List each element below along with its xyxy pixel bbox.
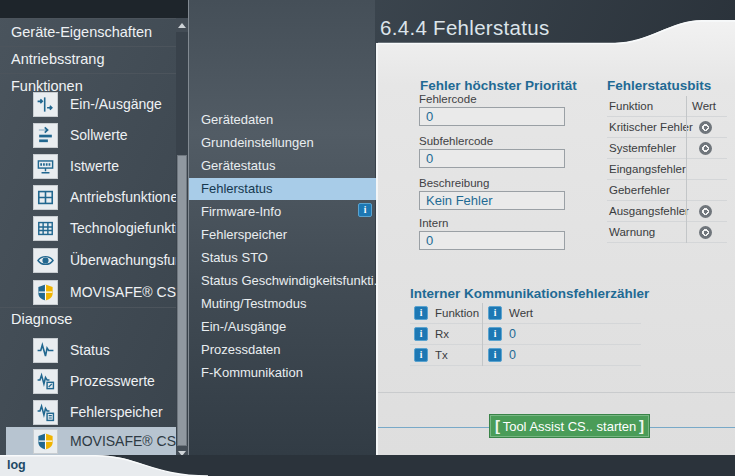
table-row: Systemfehler — [607, 138, 727, 159]
column-header-funktion: Funktion — [609, 100, 653, 112]
table-row: i Tx i 0 — [410, 345, 641, 366]
scrollbar-thumb[interactable] — [177, 155, 187, 446]
field-label-fehlercode: Fehlercode — [419, 93, 477, 105]
menu-item-geraetedaten[interactable]: Gerätedaten — [189, 109, 376, 131]
statusbit-label: Geberfehler — [609, 184, 670, 196]
menu-item-fehlerstatus-selected[interactable]: Fehlerstatus — [189, 178, 376, 200]
table-row: Kritischer Fehler — [607, 117, 727, 138]
status-indicator-icon — [699, 226, 712, 239]
statusbit-label: Ausgangsfehler — [609, 205, 689, 217]
section-heading-comm-counters: Interner Kommunikationsfehlerzähler — [410, 286, 649, 301]
column-header-wert: Wert — [509, 307, 533, 319]
info-badge-icon[interactable]: i — [414, 306, 428, 320]
statusbit-label: Eingangsfehler — [609, 163, 686, 175]
arrow-up-icon — [178, 23, 186, 28]
sidebar-item-istwerte[interactable]: Istwerte — [70, 158, 119, 174]
table-row: i Rx i 0 — [410, 324, 641, 345]
beschreibung-field[interactable]: Kein Fehler — [419, 191, 565, 210]
info-badge-icon[interactable]: i — [488, 348, 502, 362]
sidebar-item-antriebsstrang[interactable]: Antriebsstrang — [11, 51, 105, 67]
table-row: Eingangsfehler — [607, 159, 727, 180]
technology-functions-icon[interactable] — [33, 216, 58, 241]
sidebar-item-status[interactable]: Status — [70, 342, 110, 358]
sidebar-item-movisafe-cs[interactable]: MOVISAFE® CS.. — [70, 284, 184, 300]
tx-value: 0 — [509, 348, 516, 362]
bracket-right-icon: ] — [639, 416, 644, 436]
status-pulse-icon[interactable] — [33, 338, 58, 363]
info-badge-icon[interactable]: i — [488, 306, 502, 320]
sidebar-item-antriebsfunktionen[interactable]: Antriebsfunktionen — [70, 189, 186, 205]
table-header-row: i Funktion i Wert — [410, 303, 641, 324]
column-header-funktion: Funktion — [435, 307, 479, 319]
rx-value: 0 — [509, 327, 516, 341]
menu-item-ein-ausgaenge[interactable]: Ein-/Ausgänge — [189, 316, 376, 338]
menu-item-status-geschwindigkeitsfunktionen[interactable]: Status Geschwindigkeitsfunkti... — [189, 270, 376, 292]
table-row: Ausgangsfehler — [607, 201, 727, 222]
info-badge-icon[interactable]: i — [414, 327, 428, 341]
fault-memory-icon[interactable] — [33, 400, 58, 425]
info-badge-icon[interactable]: i — [414, 348, 428, 362]
table-row: Geberfehler — [607, 180, 727, 201]
fehlercode-field[interactable]: 0 — [419, 107, 565, 126]
drive-functions-icon[interactable] — [33, 185, 58, 210]
info-badge-icon[interactable]: i — [358, 203, 372, 217]
divider — [0, 18, 176, 19]
sidebar-scrollbar[interactable] — [176, 18, 188, 460]
sidebar-item-label: MOVISAFE® CS.. — [70, 433, 184, 449]
button-label: Tool Assist CS.. starten — [503, 419, 637, 434]
intern-field[interactable]: 0 — [419, 231, 565, 250]
sidebar-item-fehlerspeicher[interactable]: Fehlerspeicher — [70, 404, 163, 420]
actual-values-icon[interactable] — [33, 154, 58, 179]
statusbit-label: Kritischer Fehler — [609, 121, 693, 133]
field-label-beschreibung: Beschreibung — [419, 177, 489, 189]
divider — [0, 46, 176, 47]
bracket-left-icon: [ — [495, 416, 500, 436]
menu-item-grundeinstellungen[interactable]: Grundeinstellungen — [189, 132, 376, 154]
sidebar-item-ein-ausgaenge[interactable]: Ein-/Ausgänge — [70, 96, 162, 112]
menu-item-status-sto[interactable]: Status STO — [189, 247, 376, 269]
setpoints-icon[interactable] — [33, 123, 58, 148]
sidebar-item-geraete-eigenschaften[interactable]: Geräte-Eigenschaften — [11, 24, 152, 40]
application-window: Geräte-Eigenschaften Antriebsstrang Funk… — [0, 0, 735, 476]
subfehlercode-field[interactable]: 0 — [419, 149, 565, 168]
field-label-intern: Intern — [419, 217, 448, 229]
footer-wedge — [0, 455, 210, 476]
log-tab[interactable]: log — [7, 458, 26, 472]
scroll-up-button[interactable] — [176, 18, 188, 32]
panel-divider — [378, 392, 735, 393]
sidebar-item-movisafe-cs-selected[interactable]: MOVISAFE® CS.. — [6, 427, 176, 455]
field-label-subfehlercode: Subfehlercode — [419, 135, 493, 147]
table-row: Warnung — [607, 222, 727, 243]
process-values-icon[interactable] — [33, 369, 58, 394]
page-title: 6.4.4 Fehlerstatus — [380, 16, 550, 40]
sidebar-item-prozesswerte[interactable]: Prozesswerte — [70, 373, 155, 389]
menu-item-geraetestatus[interactable]: Gerätestatus — [189, 155, 376, 177]
statusbit-label: Systemfehler — [609, 142, 676, 154]
divider — [0, 73, 176, 74]
section-heading-fault-priority: Fehler höchster Priorität — [420, 78, 577, 93]
tx-label: Tx — [435, 349, 448, 361]
menu-item-f-kommunikation[interactable]: F-Kommunikation — [189, 362, 376, 384]
submenu-panel: Gerätedaten Grundeinstellungen Gerätesta… — [188, 0, 375, 476]
tool-assist-start-button[interactable]: [ Tool Assist CS.. starten ] — [489, 414, 650, 438]
menu-item-firmware-info[interactable]: Firmware-Info — [189, 201, 376, 223]
info-badge-icon[interactable]: i — [488, 327, 502, 341]
sidebar-item-sollwerte[interactable]: Sollwerte — [70, 127, 128, 143]
section-heading-statusbits: Fehlerstatusbits — [607, 78, 711, 93]
sidebar-section-diagnose: Diagnose — [11, 311, 72, 327]
menu-item-muting-testmodus[interactable]: Muting/Testmodus — [189, 293, 376, 315]
movisafe-shield-icon — [33, 429, 58, 454]
status-indicator-icon — [699, 205, 712, 218]
table-column-divider — [482, 303, 483, 366]
movisafe-shield-icon[interactable] — [33, 280, 58, 305]
monitoring-functions-icon[interactable] — [33, 248, 58, 273]
table-header-row: Funktion Wert — [607, 96, 727, 117]
panel-left-edge — [376, 43, 378, 455]
rx-label: Rx — [435, 328, 449, 340]
divider — [0, 307, 176, 308]
status-indicator-icon — [699, 142, 712, 155]
menu-item-prozessdaten[interactable]: Prozessdaten — [189, 339, 376, 361]
inputs-outputs-icon[interactable] — [33, 92, 58, 117]
menu-item-fehlerspeicher[interactable]: Fehlerspeicher — [189, 224, 376, 246]
column-header-wert: Wert — [692, 100, 716, 112]
